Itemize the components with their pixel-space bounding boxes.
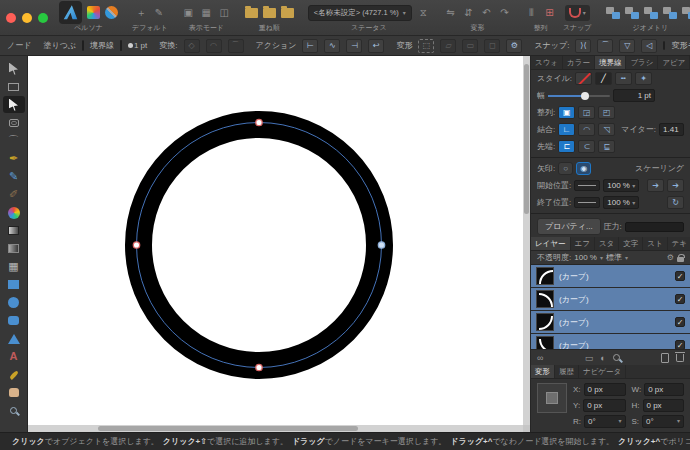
arrow-swap-button[interactable]: ➔ (647, 179, 664, 192)
node-right[interactable] (378, 242, 384, 248)
stroke-width-field[interactable]: 1 pt (613, 89, 655, 102)
tab-swatches[interactable]: スウォ (531, 56, 563, 69)
node-left[interactable] (133, 242, 139, 248)
tab-history[interactable]: 履歴 (555, 365, 579, 378)
style-solid-button[interactable]: ╱ (595, 72, 612, 85)
transform-disabled-button-3[interactable]: ◻ (484, 39, 500, 53)
tab-brushes[interactable]: ブラシ (626, 56, 658, 69)
split-view-icon[interactable]: ◫ (218, 7, 231, 19)
horizontal-scrollbar[interactable] (28, 425, 523, 432)
layer-visibility-checkbox[interactable]: ✓ (675, 271, 685, 281)
brush-tool[interactable]: ✐ (3, 186, 25, 203)
vector-crop-tool[interactable]: ▦ (3, 258, 25, 275)
rotate-ccw-icon[interactable]: ↶ (480, 7, 493, 19)
transform-disabled-button-1[interactable]: ▱ (440, 39, 456, 53)
snapping-toggle-button[interactable]: ▾ (565, 5, 590, 21)
anchor-point-selector[interactable] (537, 383, 567, 413)
cap-butt-button[interactable]: ⊏ (558, 140, 575, 153)
align-inside-button[interactable]: ◲ (578, 106, 595, 119)
artboard-tool[interactable] (3, 78, 25, 95)
export-persona-icon[interactable] (105, 6, 118, 19)
tab-effects[interactable]: エフ (571, 237, 595, 250)
layer-row[interactable]: (カーブ) ✓ (531, 334, 690, 349)
boolean-subtract-icon[interactable] (625, 7, 639, 19)
arrow-end-preview-dropdown[interactable] (574, 197, 600, 208)
node-tool[interactable] (3, 96, 25, 113)
stroke-width-panel-slider[interactable] (548, 95, 610, 97)
color-picker-tool[interactable] (3, 366, 25, 383)
layer-visibility-checkbox[interactable]: ✓ (675, 294, 685, 304)
convert-smart-button[interactable]: ⌒ (228, 39, 244, 53)
opacity-value[interactable]: 100 % (574, 253, 597, 262)
flip-vertical-icon[interactable]: ⇵ (462, 7, 475, 19)
alignment-icon[interactable]: ⫴ (525, 7, 538, 19)
x-field[interactable]: 0 px (584, 383, 626, 396)
boolean-xor-icon[interactable] (663, 7, 677, 19)
pen-tool[interactable]: ✒ (3, 150, 25, 167)
ellipse-tool[interactable] (3, 294, 25, 311)
adjustment-icon[interactable]: ◐ (600, 353, 605, 363)
arrow-start-scale-field[interactable]: 100 % ▾ (603, 179, 639, 192)
edit-defaults-icon[interactable]: ✎ (152, 7, 165, 19)
convert-smooth-button[interactable]: ◠ (206, 39, 222, 53)
distribute-icon[interactable]: ⊞ (543, 7, 556, 19)
new-layer-icon[interactable] (661, 353, 669, 363)
rotate-cw-icon[interactable]: ↷ (498, 7, 511, 19)
fill-tool[interactable] (3, 222, 25, 239)
snap-curve-button[interactable]: ⌒ (597, 39, 613, 53)
layer-settings-gear-icon[interactable]: ⚙ (667, 253, 674, 262)
rounded-rectangle-tool[interactable] (3, 312, 25, 329)
miter-field[interactable]: 1.41 (659, 123, 684, 136)
tab-stroke-2[interactable]: スト (643, 237, 667, 250)
transform-disabled-button-2[interactable]: ▭ (462, 39, 478, 53)
arrow-end-button[interactable]: ◉ (576, 162, 591, 175)
tab-layers[interactable]: レイヤー (531, 237, 571, 250)
transparency-tool[interactable] (3, 240, 25, 257)
vector-view-icon[interactable]: ▣ (182, 7, 195, 19)
stroke-swatch[interactable] (120, 40, 122, 51)
node-top[interactable] (256, 119, 262, 125)
corner-tool[interactable]: ⌒ (3, 132, 25, 149)
search-icon[interactable] (613, 354, 620, 361)
layer-row[interactable]: (カーブ) ✓ (531, 265, 690, 288)
boolean-divide-icon[interactable] (682, 7, 690, 19)
h-field[interactable]: 0 px (643, 399, 685, 412)
move-to-front-icon[interactable] (245, 8, 258, 18)
layer-visibility-checkbox[interactable]: ✓ (675, 340, 685, 349)
move-tool[interactable] (3, 60, 25, 77)
mask-layer-icon[interactable]: ▭ (585, 353, 594, 363)
tab-stroke[interactable]: 境界線 (595, 56, 627, 69)
tab-character[interactable]: 文字 (619, 237, 643, 250)
close-window-button[interactable] (6, 13, 16, 23)
tab-styles[interactable]: スタ (595, 237, 619, 250)
snap-align-button[interactable]: ▽ (619, 39, 635, 53)
new-document-icon[interactable]: ＋ (134, 7, 147, 19)
pencil-tool[interactable]: ✎ (3, 168, 25, 185)
color-wheel-tool[interactable] (3, 204, 25, 221)
style-brush-button[interactable]: ✦ (635, 72, 652, 85)
node-bottom[interactable] (256, 364, 262, 370)
transform-mode-checkbox[interactable] (663, 41, 665, 50)
pixel-view-icon[interactable]: ▦ (200, 7, 213, 19)
action-reverse-curves-button[interactable]: ↩ (368, 39, 384, 53)
minimize-window-button[interactable] (22, 13, 32, 23)
triangle-tool[interactable] (3, 330, 25, 347)
document-info-icon[interactable]: ⧖ (417, 7, 430, 19)
action-join-curves-button[interactable]: ⊣ (346, 39, 362, 53)
tab-navigator[interactable]: ナビゲータ (579, 365, 626, 378)
rectangle-tool[interactable] (3, 276, 25, 293)
snap-construct-button[interactable]: ◁ (641, 39, 657, 53)
zoom-window-button[interactable] (38, 13, 48, 23)
arrow-start-preview-dropdown[interactable] (574, 180, 600, 191)
boolean-add-icon[interactable] (606, 7, 620, 19)
join-round-button[interactable]: ◠ (578, 123, 595, 136)
cap-round-button[interactable]: ⊂ (578, 140, 595, 153)
arrow-reverse-button[interactable]: ↻ (667, 196, 684, 209)
view-tool[interactable] (3, 384, 25, 401)
transform-mode-box-icon[interactable]: ⬚ (418, 39, 434, 53)
layer-row[interactable]: (カーブ) ✓ (531, 288, 690, 311)
pressure-profile-box[interactable] (625, 222, 684, 232)
convert-sharp-button[interactable]: ◇ (184, 39, 200, 53)
w-field[interactable]: 0 px (644, 383, 684, 396)
layer-visibility-checkbox[interactable]: ✓ (675, 317, 685, 327)
